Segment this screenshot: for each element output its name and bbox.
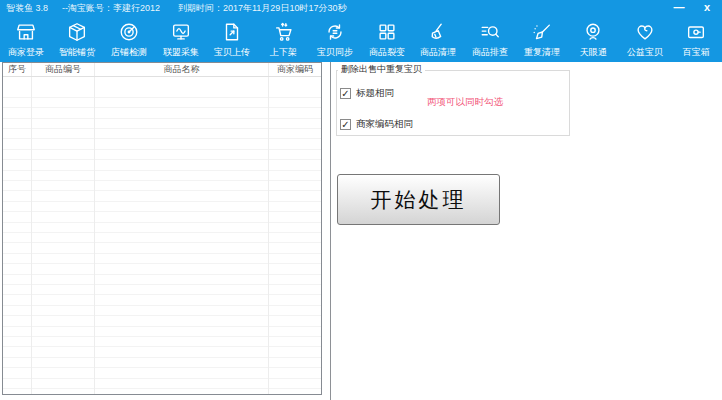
grid-icon (376, 21, 398, 43)
toolbar-item-shelf-on-off[interactable]: 上下架 (258, 17, 310, 62)
toolbar-item-label: 联盟采集 (162, 46, 198, 58)
product-table[interactable]: 序号 商品编号 商品名称 商家编码 (2, 62, 322, 395)
toolbar-item-label: 重复清理 (524, 46, 560, 58)
checkbox-row-same-title[interactable]: ✓ 标题相同 (340, 87, 394, 100)
toolbar-item-label: 宝贝上传 (214, 46, 250, 58)
titlebar-expire-time: 到期时间：2017年11月29日10时17分30秒 (178, 0, 346, 17)
toolbar-item-shop-check[interactable]: 店铺检测 (103, 17, 155, 62)
monitor-wave-icon (170, 21, 192, 43)
webcam-icon (582, 21, 604, 43)
close-button[interactable]: x (696, 0, 718, 17)
toolbar-item-label: 店铺检测 (111, 46, 147, 58)
toolbar-item-label: 天眼通 (580, 46, 607, 58)
toolbar-item-item-upload[interactable]: 宝贝上传 (206, 17, 258, 62)
checkbox-same-title-label: 标题相同 (356, 87, 394, 100)
column-header-product-name[interactable]: 商品名称 (95, 63, 269, 76)
titlebar: 智装鱼 3.8 --淘宝账号：李建行2012 到期时间：2017年11月29日1… (0, 0, 722, 17)
column-divider (31, 77, 32, 394)
toolbar-item-item-sync[interactable]: 宝贝同步 (309, 17, 361, 62)
brush-icon (531, 21, 553, 43)
sync-icon (324, 21, 346, 43)
toolbar-item-label: 商品清理 (420, 46, 456, 58)
hint-text: 两项可以同时勾选 (427, 96, 503, 109)
column-divider (268, 77, 269, 394)
toolbar-item-duplicate-clean[interactable]: 重复清理 (516, 17, 568, 62)
toolbar-item-treasure-box[interactable]: 百宝箱 (671, 17, 722, 62)
toolbar-item-alliance-collect[interactable]: 联盟采集 (155, 17, 207, 62)
package-icon (66, 21, 88, 43)
toolbar-item-item-fission[interactable]: 商品裂变 (361, 17, 413, 62)
product-table-header: 序号 商品编号 商品名称 商家编码 (3, 63, 321, 77)
radar-icon (118, 21, 140, 43)
checkbox-same-merchant-code-label: 商家编码相同 (356, 118, 413, 131)
toolbar-item-item-inspect[interactable]: 商品排查 (464, 17, 516, 62)
toolbar-item-smart-stocking[interactable]: 智能铺货 (52, 17, 104, 62)
toolbar-item-label: 商家登录 (8, 46, 44, 58)
storefront-icon (15, 21, 37, 43)
broom-icon (427, 21, 449, 43)
toolbar-item-label: 宝贝同步 (317, 46, 353, 58)
toolbar-item-label: 商品裂变 (369, 46, 405, 58)
column-header-index[interactable]: 序号 (3, 63, 32, 76)
toolbar-item-label: 百宝箱 (683, 46, 710, 58)
cart-icon (273, 21, 295, 43)
checkbox-same-merchant-code[interactable]: ✓ (340, 119, 351, 130)
toolbar: 商家登录 智能铺货 店铺检测 联盟采集 宝贝上传 上下架 宝贝同步 商品裂变 商… (0, 17, 722, 62)
toolbox-icon (685, 21, 707, 43)
app-title: 智装鱼 3.8 (6, 0, 48, 17)
groupbox-title: 删除出售中重复宝贝 (338, 63, 425, 76)
checkbox-same-title[interactable]: ✓ (340, 88, 351, 99)
start-processing-button[interactable]: 开始处理 (337, 174, 500, 225)
minimize-button[interactable]: — (668, 0, 690, 17)
heart-icon (634, 21, 656, 43)
column-header-product-id[interactable]: 商品编号 (32, 63, 95, 76)
column-header-merchant-code[interactable]: 商家编码 (269, 63, 321, 76)
toolbar-item-label: 商品排查 (472, 46, 508, 58)
titlebar-account: --淘宝账号：李建行2012 (62, 0, 160, 17)
doc-upload-icon (221, 21, 243, 43)
toolbar-item-charity-items[interactable]: 公益宝贝 (619, 17, 671, 62)
column-divider (94, 77, 95, 394)
toolbar-item-sky-eye[interactable]: 天眼通 (567, 17, 619, 62)
toolbar-item-item-clean[interactable]: 商品清理 (413, 17, 465, 62)
panel-divider (330, 62, 331, 400)
toolbar-item-label: 公益宝贝 (627, 46, 663, 58)
toolbar-item-label: 上下架 (270, 46, 297, 58)
toolbar-item-label: 智能铺货 (59, 46, 95, 58)
checkbox-row-same-merchant-code[interactable]: ✓ 商家编码相同 (340, 118, 413, 131)
toolbar-item-merchant-login[interactable]: 商家登录 (0, 17, 52, 62)
search-list-icon (479, 21, 501, 43)
